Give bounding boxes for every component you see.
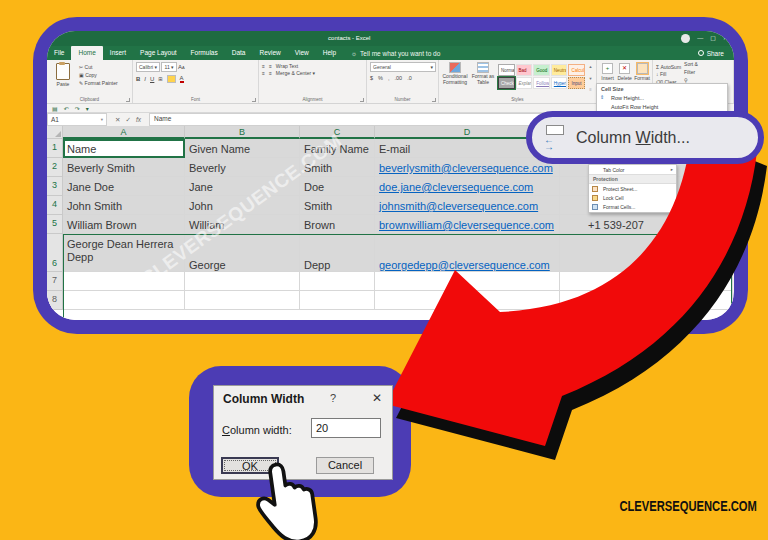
qat-more-icon[interactable]: ▾ — [86, 105, 89, 112]
cell-a5[interactable]: William Brown — [63, 215, 185, 234]
tab-view[interactable]: View — [288, 46, 316, 60]
cell-d2[interactable]: beverlysmith@cleversequence.com — [375, 158, 560, 177]
fill-color-icon[interactable] — [167, 75, 176, 83]
menu-item-format-cells[interactable]: Format Cells... — [589, 202, 676, 211]
currency-format-button[interactable]: $ — [370, 75, 373, 81]
style-input[interactable]: Input — [568, 77, 585, 89]
help-icon[interactable]: ? — [330, 392, 336, 404]
undo-icon[interactable]: ↶ — [64, 105, 69, 112]
tab-file[interactable]: File — [47, 46, 71, 60]
style-check-cell[interactable]: Check Cell — [498, 77, 515, 89]
cell-a7[interactable] — [63, 272, 185, 291]
cell-b2[interactable]: Beverly — [185, 158, 300, 177]
cell-d4[interactable]: johnsmith@cleversequence.com — [375, 196, 560, 215]
align-middle-icon[interactable]: ≡ — [269, 63, 272, 69]
share-button[interactable]: Share — [698, 46, 734, 60]
cell-d5[interactable]: brownwilliam@cleversequence.com — [375, 215, 560, 234]
close-icon[interactable]: ✕ — [723, 34, 728, 43]
gallery-up-icon[interactable]: ▲ — [589, 64, 593, 69]
wrap-text-button[interactable]: Wrap Text — [276, 63, 298, 69]
cut-button[interactable]: ✂ Cut — [79, 64, 118, 70]
style-followed-hyperlink[interactable]: Followed Hy... — [533, 77, 550, 89]
sort-filter-button[interactable]: Sort &Filter — [684, 62, 698, 76]
tab-home[interactable]: Home — [71, 46, 102, 60]
tab-insert[interactable]: Insert — [103, 46, 133, 60]
row-header-8[interactable]: 8 — [47, 291, 63, 310]
tab-help[interactable]: Help — [316, 46, 343, 60]
style-neutral[interactable]: Neutral — [551, 64, 568, 76]
select-all-corner[interactable] — [47, 126, 63, 139]
comma-format-button[interactable]: , — [388, 75, 390, 81]
cell-e8[interactable] — [560, 291, 733, 310]
cell-c1[interactable]: Family Name — [300, 139, 375, 158]
dialog-launcher-icon[interactable] — [126, 98, 130, 102]
maximize-icon[interactable]: ▢ — [710, 34, 716, 43]
cell-a8[interactable] — [63, 291, 185, 310]
style-normal[interactable]: Normal — [498, 64, 515, 76]
menu-item-protect-sheet[interactable]: Protect Sheet... — [589, 184, 676, 193]
tab-formulas[interactable]: Formulas — [184, 46, 225, 60]
save-icon[interactable]: ▤ — [52, 105, 58, 112]
menu-item-row-height[interactable]: ⇕ Row Height... — [597, 93, 727, 102]
gallery-more-icon[interactable]: ≡ — [589, 87, 591, 92]
dialog-launcher-icon[interactable] — [360, 98, 364, 102]
cell-d8[interactable] — [375, 291, 560, 310]
decrease-decimal-button[interactable]: .0 — [407, 75, 412, 81]
column-header-c[interactable]: C — [300, 126, 375, 139]
enter-entry-icon[interactable]: ✓ — [125, 116, 130, 124]
cell-b4[interactable]: John — [185, 196, 300, 215]
tell-me-box[interactable]: ☼ Tell me what you want to do — [343, 46, 448, 60]
cell-a3[interactable]: Jane Doe — [63, 177, 185, 196]
cell-b3[interactable]: Jane — [185, 177, 300, 196]
bold-button[interactable]: B — [136, 76, 140, 82]
style-calculation[interactable]: Calculation — [568, 64, 585, 76]
cell-e7[interactable] — [560, 272, 733, 291]
cell-d7[interactable] — [375, 272, 560, 291]
tab-data[interactable]: Data — [225, 46, 253, 60]
cell-b8[interactable] — [185, 291, 300, 310]
cell-c7[interactable] — [300, 272, 375, 291]
fx-icon[interactable]: fx — [136, 116, 141, 123]
row-header-4[interactable]: 4 — [47, 196, 63, 215]
shrink-font-button[interactable]: A — [182, 65, 185, 70]
cell-b6[interactable]: George — [185, 234, 300, 272]
cell-e6[interactable]: 3! — [560, 234, 733, 272]
menu-item-lock-cell[interactable]: Lock Cell — [589, 193, 676, 202]
cell-c8[interactable] — [300, 291, 375, 310]
column-width-input[interactable]: 20 — [311, 418, 381, 438]
align-left-icon[interactable]: ≡ — [262, 70, 265, 76]
cell-a2[interactable]: Beverly Smith — [63, 158, 185, 177]
merge-center-button[interactable]: Merge & Center ▾ — [276, 70, 315, 76]
row-header-2[interactable]: 2 — [47, 158, 63, 177]
dialog-launcher-icon[interactable] — [252, 98, 256, 102]
borders-icon[interactable]: ⊞ — [158, 76, 162, 82]
user-avatar[interactable] — [681, 34, 690, 43]
redo-icon[interactable]: ↷ — [75, 105, 80, 112]
autosum-button[interactable]: Σ AutoSum — [656, 64, 681, 70]
row-header-7[interactable]: 7 — [47, 272, 63, 291]
style-explanatory[interactable]: Explanatory... — [516, 77, 533, 89]
row-header-5[interactable]: 5 — [47, 215, 63, 234]
fill-button[interactable]: ↓ Fill — [656, 71, 681, 77]
cell-e5[interactable]: +1 539-207 — [560, 215, 733, 234]
column-header-b[interactable]: B — [185, 126, 300, 139]
column-width-menu-callout[interactable]: ← → Column Width... — [526, 111, 764, 164]
row-header-1[interactable]: 1 — [47, 139, 63, 158]
conditional-formatting-button[interactable]: ConditionalFormatting — [442, 62, 468, 94]
increase-decimal-button[interactable]: .00 — [394, 75, 402, 81]
column-header-a[interactable]: A — [63, 126, 185, 139]
font-color-icon[interactable]: A — [180, 75, 184, 83]
cell-b5[interactable]: William — [185, 215, 300, 234]
cell-a4[interactable]: John Smith — [63, 196, 185, 215]
align-top-icon[interactable]: ≡ — [262, 63, 265, 69]
tab-page-layout[interactable]: Page Layout — [133, 46, 184, 60]
cell-a1[interactable]: Name — [63, 139, 185, 158]
style-good[interactable]: Good — [533, 64, 550, 76]
percent-format-button[interactable]: % — [378, 75, 383, 81]
cell-c3[interactable]: Doe — [300, 177, 375, 196]
style-hyperlink[interactable]: Hyperlink — [551, 77, 568, 89]
style-bad[interactable]: Bad — [516, 64, 533, 76]
format-painter-button[interactable]: ✎ Format Painter — [79, 80, 118, 86]
cell-b7[interactable] — [185, 272, 300, 291]
dialog-launcher-icon[interactable] — [432, 98, 436, 102]
